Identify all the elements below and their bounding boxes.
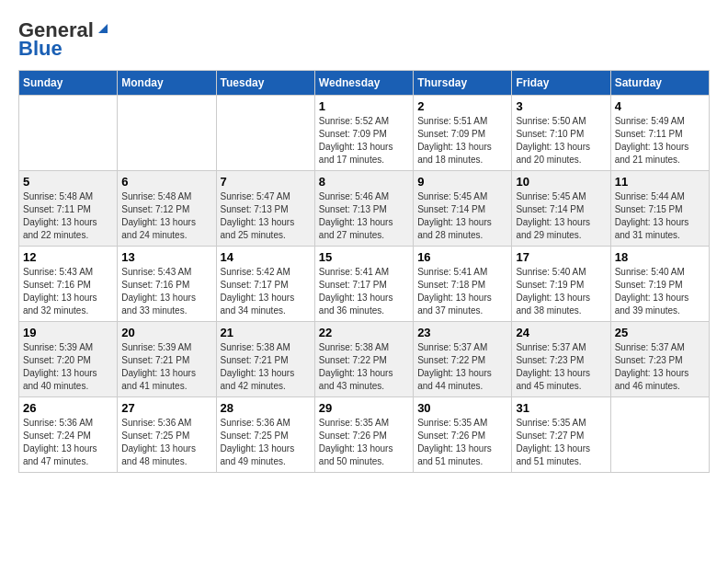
day-info: Sunrise: 5:40 AM Sunset: 7:19 PM Dayligh… <box>615 266 705 317</box>
calendar-week-row: 19Sunrise: 5:39 AM Sunset: 7:20 PM Dayli… <box>19 322 710 397</box>
day-info: Sunrise: 5:48 AM Sunset: 7:12 PM Dayligh… <box>121 190 211 242</box>
day-info: Sunrise: 5:45 AM Sunset: 7:14 PM Dayligh… <box>516 190 606 242</box>
calendar-cell: 19Sunrise: 5:39 AM Sunset: 7:20 PM Dayli… <box>19 322 118 397</box>
day-info: Sunrise: 5:35 AM Sunset: 7:26 PM Dayligh… <box>417 417 507 468</box>
day-number: 16 <box>417 250 507 264</box>
day-info: Sunrise: 5:37 AM Sunset: 7:22 PM Dayligh… <box>417 341 507 393</box>
day-number: 14 <box>221 250 311 264</box>
day-number: 21 <box>221 326 311 339</box>
calendar-cell: 18Sunrise: 5:40 AM Sunset: 7:19 PM Dayli… <box>610 247 709 322</box>
weekday-header: Monday <box>118 71 216 96</box>
day-info: Sunrise: 5:50 AM Sunset: 7:10 PM Dayligh… <box>516 115 606 167</box>
day-info: Sunrise: 5:42 AM Sunset: 7:17 PM Dayligh… <box>221 266 311 317</box>
calendar-cell: 31Sunrise: 5:35 AM Sunset: 7:27 PM Dayli… <box>512 397 610 473</box>
day-info: Sunrise: 5:38 AM Sunset: 7:22 PM Dayligh… <box>319 341 409 393</box>
calendar-cell: 29Sunrise: 5:35 AM Sunset: 7:26 PM Dayli… <box>314 397 413 473</box>
calendar-cell: 2Sunrise: 5:51 AM Sunset: 7:09 PM Daylig… <box>414 96 512 171</box>
day-info: Sunrise: 5:45 AM Sunset: 7:14 PM Dayligh… <box>417 190 507 242</box>
calendar-cell: 28Sunrise: 5:36 AM Sunset: 7:25 PM Dayli… <box>216 397 314 473</box>
calendar-cell: 11Sunrise: 5:44 AM Sunset: 7:15 PM Dayli… <box>610 171 709 247</box>
day-info: Sunrise: 5:43 AM Sunset: 7:16 PM Dayligh… <box>121 266 211 317</box>
calendar-cell: 22Sunrise: 5:38 AM Sunset: 7:22 PM Dayli… <box>314 322 413 397</box>
day-number: 11 <box>615 175 705 189</box>
day-number: 23 <box>417 326 507 339</box>
calendar-cell: 10Sunrise: 5:45 AM Sunset: 7:14 PM Dayli… <box>512 171 610 247</box>
weekday-header: Wednesday <box>314 71 413 96</box>
day-info: Sunrise: 5:49 AM Sunset: 7:11 PM Dayligh… <box>615 115 705 167</box>
day-number: 24 <box>516 326 606 339</box>
weekday-header: Friday <box>512 71 610 96</box>
day-info: Sunrise: 5:43 AM Sunset: 7:16 PM Dayligh… <box>23 266 113 317</box>
weekday-header: Sunday <box>19 71 118 96</box>
day-number: 1 <box>319 99 409 113</box>
day-info: Sunrise: 5:38 AM Sunset: 7:21 PM Dayligh… <box>221 341 311 393</box>
day-number: 22 <box>319 326 409 339</box>
day-number: 13 <box>121 250 211 264</box>
calendar-cell: 14Sunrise: 5:42 AM Sunset: 7:17 PM Dayli… <box>216 247 314 322</box>
calendar-cell: 1Sunrise: 5:52 AM Sunset: 7:09 PM Daylig… <box>314 96 413 171</box>
day-number: 4 <box>615 99 705 113</box>
day-number: 25 <box>615 326 705 339</box>
day-info: Sunrise: 5:37 AM Sunset: 7:23 PM Dayligh… <box>615 341 705 393</box>
calendar-cell: 6Sunrise: 5:48 AM Sunset: 7:12 PM Daylig… <box>118 171 216 247</box>
day-info: Sunrise: 5:36 AM Sunset: 7:25 PM Dayligh… <box>121 417 211 468</box>
day-number: 28 <box>221 401 311 415</box>
day-number: 8 <box>319 175 409 189</box>
day-number: 18 <box>615 250 705 264</box>
calendar-cell: 17Sunrise: 5:40 AM Sunset: 7:19 PM Dayli… <box>512 247 610 322</box>
day-info: Sunrise: 5:39 AM Sunset: 7:21 PM Dayligh… <box>121 341 211 393</box>
calendar-cell: 24Sunrise: 5:37 AM Sunset: 7:23 PM Dayli… <box>512 322 610 397</box>
day-info: Sunrise: 5:47 AM Sunset: 7:13 PM Dayligh… <box>221 190 311 242</box>
day-info: Sunrise: 5:48 AM Sunset: 7:11 PM Dayligh… <box>23 190 113 242</box>
calendar-header-row: SundayMondayTuesdayWednesdayThursdayFrid… <box>19 71 710 96</box>
day-info: Sunrise: 5:44 AM Sunset: 7:15 PM Dayligh… <box>615 190 705 242</box>
day-info: Sunrise: 5:37 AM Sunset: 7:23 PM Dayligh… <box>516 341 606 393</box>
calendar-cell: 9Sunrise: 5:45 AM Sunset: 7:14 PM Daylig… <box>414 171 512 247</box>
day-number: 27 <box>121 401 211 415</box>
calendar-cell: 12Sunrise: 5:43 AM Sunset: 7:16 PM Dayli… <box>19 247 118 322</box>
day-info: Sunrise: 5:46 AM Sunset: 7:13 PM Dayligh… <box>319 190 409 242</box>
page-header: General Blue <box>18 18 710 61</box>
calendar-cell: 16Sunrise: 5:41 AM Sunset: 7:18 PM Dayli… <box>414 247 512 322</box>
logo: General Blue <box>18 18 111 61</box>
day-info: Sunrise: 5:36 AM Sunset: 7:25 PM Dayligh… <box>221 417 311 468</box>
logo-blue-text: Blue <box>18 37 63 61</box>
calendar-cell: 27Sunrise: 5:36 AM Sunset: 7:25 PM Dayli… <box>118 397 216 473</box>
day-info: Sunrise: 5:51 AM Sunset: 7:09 PM Dayligh… <box>417 115 507 167</box>
day-info: Sunrise: 5:36 AM Sunset: 7:24 PM Dayligh… <box>23 417 113 468</box>
weekday-header: Thursday <box>414 71 512 96</box>
calendar-table: SundayMondayTuesdayWednesdayThursdayFrid… <box>18 70 710 473</box>
day-info: Sunrise: 5:41 AM Sunset: 7:18 PM Dayligh… <box>417 266 507 317</box>
day-number: 31 <box>516 401 606 415</box>
logo-triangle-icon <box>95 20 111 37</box>
calendar-cell <box>118 96 216 171</box>
calendar-cell: 5Sunrise: 5:48 AM Sunset: 7:11 PM Daylig… <box>19 171 118 247</box>
calendar-cell: 4Sunrise: 5:49 AM Sunset: 7:11 PM Daylig… <box>610 96 709 171</box>
calendar-cell <box>19 96 118 171</box>
calendar-cell: 20Sunrise: 5:39 AM Sunset: 7:21 PM Dayli… <box>118 322 216 397</box>
calendar-cell: 15Sunrise: 5:41 AM Sunset: 7:17 PM Dayli… <box>314 247 413 322</box>
calendar-cell <box>216 96 314 171</box>
calendar-cell <box>610 397 709 473</box>
day-number: 6 <box>121 175 211 189</box>
day-number: 10 <box>516 175 606 189</box>
day-info: Sunrise: 5:35 AM Sunset: 7:27 PM Dayligh… <box>516 417 606 468</box>
day-number: 9 <box>417 175 507 189</box>
calendar-week-row: 12Sunrise: 5:43 AM Sunset: 7:16 PM Dayli… <box>19 247 710 322</box>
calendar-cell: 30Sunrise: 5:35 AM Sunset: 7:26 PM Dayli… <box>414 397 512 473</box>
day-number: 19 <box>23 326 113 339</box>
day-info: Sunrise: 5:35 AM Sunset: 7:26 PM Dayligh… <box>319 417 409 468</box>
calendar-week-row: 5Sunrise: 5:48 AM Sunset: 7:11 PM Daylig… <box>19 171 710 247</box>
day-number: 26 <box>23 401 113 415</box>
day-number: 3 <box>516 99 606 113</box>
day-number: 2 <box>417 99 507 113</box>
day-number: 12 <box>23 250 113 264</box>
calendar-cell: 25Sunrise: 5:37 AM Sunset: 7:23 PM Dayli… <box>610 322 709 397</box>
day-number: 17 <box>516 250 606 264</box>
calendar-week-row: 1Sunrise: 5:52 AM Sunset: 7:09 PM Daylig… <box>19 96 710 171</box>
weekday-header: Tuesday <box>216 71 314 96</box>
day-number: 7 <box>221 175 311 189</box>
day-info: Sunrise: 5:41 AM Sunset: 7:17 PM Dayligh… <box>319 266 409 317</box>
calendar-cell: 21Sunrise: 5:38 AM Sunset: 7:21 PM Dayli… <box>216 322 314 397</box>
day-number: 30 <box>417 401 507 415</box>
